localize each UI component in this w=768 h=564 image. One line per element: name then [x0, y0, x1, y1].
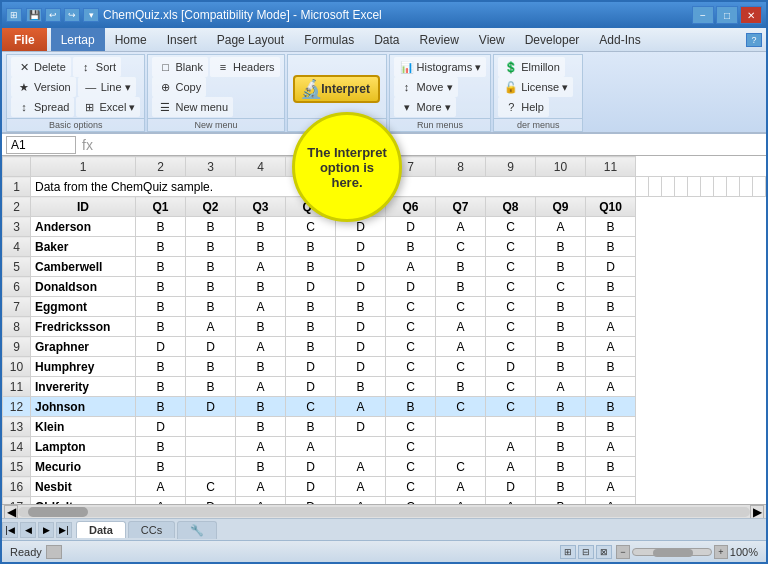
cell[interactable]: B [136, 317, 186, 337]
tab-next-button[interactable]: ▶ [38, 522, 54, 538]
status-icon-1[interactable] [46, 545, 62, 559]
cell[interactable]: C [486, 397, 536, 417]
spread-button[interactable]: ↕ Spread [11, 97, 74, 117]
cell[interactable]: D [286, 357, 336, 377]
horizontal-scrollbar[interactable]: ◀ ▶ [2, 504, 766, 518]
cell[interactable]: B [286, 417, 336, 437]
undo-icon[interactable]: ↩ [45, 8, 61, 22]
tab-data[interactable]: Data [76, 521, 126, 538]
cell[interactable]: B [586, 277, 636, 297]
cell[interactable]: B [336, 377, 386, 397]
cell[interactable]: D [186, 497, 236, 505]
table-row[interactable]: 7EggmontBBABBCCCBB [3, 297, 766, 317]
cell[interactable]: A [586, 337, 636, 357]
cell[interactable]: B [136, 257, 186, 277]
cell[interactable]: B [136, 217, 186, 237]
cell[interactable]: A [586, 317, 636, 337]
menu-review[interactable]: Review [410, 28, 469, 51]
menu-view[interactable]: View [469, 28, 515, 51]
license-button[interactable]: 🔓 License ▾ [498, 77, 573, 97]
cell[interactable]: B [536, 357, 586, 377]
cell[interactable]: B [436, 257, 486, 277]
cell[interactable]: D [336, 337, 386, 357]
cell[interactable]: D [286, 477, 336, 497]
row-number[interactable]: 15 [3, 457, 31, 477]
cell[interactable]: Humphrey [31, 357, 136, 377]
cell[interactable]: C [486, 317, 536, 337]
cell[interactable]: B [586, 417, 636, 437]
cell[interactable]: B [236, 397, 286, 417]
row-number[interactable]: 17 [3, 497, 31, 505]
table-row[interactable]: 3AndersonBBBCDDACAB [3, 217, 766, 237]
cell[interactable]: A [236, 337, 286, 357]
interpret-button[interactable]: 🔬 Interpret [293, 75, 380, 103]
cell[interactable]: Q3 [236, 197, 286, 217]
cell[interactable]: Nesbit [31, 477, 136, 497]
cell[interactable]: B [536, 317, 586, 337]
cell[interactable]: B [186, 257, 236, 277]
table-row[interactable]: 10HumphreyBBBDDCCDBB [3, 357, 766, 377]
save-icon[interactable]: 💾 [26, 8, 42, 22]
cell[interactable] [436, 437, 486, 457]
cell[interactable]: B [586, 457, 636, 477]
table-row[interactable]: 4BakerBBBBDBCCBB [3, 237, 766, 257]
cell[interactable]: D [336, 277, 386, 297]
cell[interactable]: B [586, 357, 636, 377]
formula-input[interactable] [99, 138, 762, 152]
cell[interactable]: A [486, 457, 536, 477]
cell[interactable]: A [336, 457, 386, 477]
cell[interactable]: C [386, 377, 436, 397]
cell[interactable]: B [536, 397, 586, 417]
scrollbar-track[interactable] [18, 507, 750, 517]
cell[interactable]: C [436, 457, 486, 477]
cell[interactable]: D [336, 317, 386, 337]
cell[interactable]: C [386, 417, 436, 437]
row-number[interactable]: 10 [3, 357, 31, 377]
tab-ccs[interactable]: CCs [128, 521, 175, 538]
histograms-button[interactable]: 📊 Histograms ▾ [394, 57, 487, 77]
cell[interactable]: Donaldson [31, 277, 136, 297]
cell[interactable] [186, 437, 236, 457]
cell[interactable]: C [486, 297, 536, 317]
cell[interactable]: A [386, 257, 436, 277]
cell[interactable] [486, 417, 536, 437]
page-layout-button[interactable]: ⊟ [578, 545, 594, 559]
cell[interactable]: D [336, 417, 386, 437]
cell[interactable]: D [386, 277, 436, 297]
row-number[interactable]: 3 [3, 217, 31, 237]
cell[interactable]: D [336, 357, 386, 377]
cell[interactable]: A [136, 497, 186, 505]
cell[interactable]: B [536, 477, 586, 497]
cell[interactable]: C [436, 357, 486, 377]
cell[interactable]: B [536, 457, 586, 477]
cell[interactable]: Q10 [586, 197, 636, 217]
table-row[interactable]: 15MecurioBBDACCABB [3, 457, 766, 477]
cell[interactable]: D [586, 257, 636, 277]
sort-button[interactable]: ↕ Sort [73, 57, 121, 77]
maximize-button[interactable]: □ [716, 6, 738, 24]
cell[interactable]: B [186, 217, 236, 237]
cell[interactable]: D [286, 377, 336, 397]
cell[interactable] [714, 177, 727, 197]
new-menu-button[interactable]: ☰ New menu [152, 97, 233, 117]
cell[interactable]: B [236, 417, 286, 437]
cell[interactable]: B [586, 397, 636, 417]
cell[interactable] [336, 437, 386, 457]
col-header-3[interactable]: 3 [186, 157, 236, 177]
cell[interactable]: A [436, 497, 486, 505]
cell[interactable]: Fredricksson [31, 317, 136, 337]
cell[interactable]: B [586, 297, 636, 317]
menu-lertap[interactable]: Lertap [51, 28, 105, 51]
cell[interactable] [186, 417, 236, 437]
customize-icon[interactable]: ▾ [83, 8, 99, 22]
help-button[interactable]: ? Help [498, 97, 549, 117]
cell[interactable]: A [236, 497, 286, 505]
cell[interactable]: D [336, 237, 386, 257]
cell[interactable]: C [436, 297, 486, 317]
cell[interactable]: A [586, 477, 636, 497]
cell[interactable] [649, 177, 662, 197]
cell[interactable]: C [486, 377, 536, 397]
line-button[interactable]: — Line ▾ [78, 77, 136, 97]
row-number[interactable]: 6 [3, 277, 31, 297]
cell[interactable]: A [436, 317, 486, 337]
